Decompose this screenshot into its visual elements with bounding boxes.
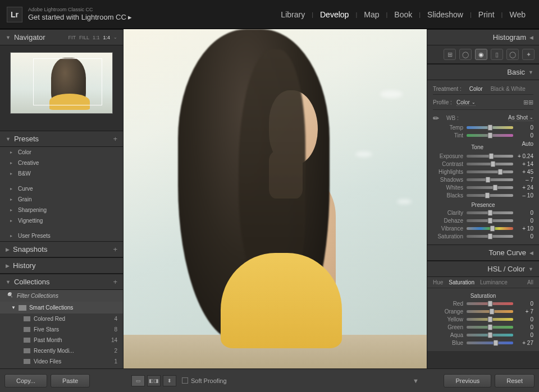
slider-knob[interactable] — [489, 308, 494, 315]
navigator-zoom-modes[interactable]: FITFILL1:11:4⌄ — [68, 35, 117, 40]
preset-group-user-presets[interactable]: User Presets — [0, 230, 123, 241]
slider-knob[interactable] — [490, 225, 495, 232]
module-slideshow[interactable]: Slideshow — [421, 10, 470, 19]
exposure-value[interactable]: + 0.24 — [517, 153, 533, 159]
slider-knob[interactable] — [487, 124, 492, 131]
vibrance-value[interactable]: + 10 — [517, 225, 533, 232]
slider-knob[interactable] — [486, 177, 491, 183]
add-collection-icon[interactable]: + — [113, 278, 117, 286]
paste-button[interactable]: Paste — [51, 374, 90, 388]
vibrance-slider[interactable] — [467, 227, 513, 230]
aqua-slider[interactable] — [467, 334, 513, 336]
temp-value[interactable]: 0 — [517, 124, 533, 131]
orange-value[interactable]: + 7 — [517, 308, 533, 315]
image-canvas[interactable] — [124, 29, 427, 368]
previous-button[interactable]: Previous — [444, 374, 491, 388]
slider-knob[interactable] — [487, 301, 492, 307]
preset-group-color[interactable]: Color — [0, 147, 123, 158]
blacks-slider[interactable] — [467, 194, 513, 197]
preset-group-grain[interactable]: Grain — [0, 194, 123, 205]
adjustment-brush-tool-icon[interactable]: ✦ — [522, 49, 535, 60]
preset-group-b-w[interactable]: B&W — [0, 168, 123, 179]
collection-item[interactable]: Video Files1 — [0, 356, 123, 367]
dehaze-value[interactable]: 0 — [517, 218, 533, 224]
histogram-header[interactable]: Histogram ◀ — [427, 29, 539, 45]
nav-zoom-fill[interactable]: FILL — [79, 35, 89, 40]
graduated-filter-tool-icon[interactable]: ▯ — [491, 49, 503, 60]
blue-value[interactable]: + 27 — [517, 340, 533, 346]
loupe-view-icon[interactable]: ▭ — [131, 375, 145, 386]
module-web[interactable]: Web — [503, 10, 532, 19]
temp-slider[interactable] — [467, 126, 513, 129]
copy-button[interactable]: Copy... — [4, 374, 47, 388]
collection-item[interactable]: Past Month14 — [0, 335, 123, 345]
add-snapshot-icon[interactable]: + — [113, 245, 117, 253]
nav-zoom-1:4[interactable]: 1:4 — [103, 35, 110, 40]
navigator-crop-frame[interactable] — [33, 58, 102, 105]
red-slider[interactable] — [467, 302, 513, 305]
blacks-value[interactable]: – 10 — [517, 192, 533, 199]
spot-removal-tool-icon[interactable]: ◯ — [459, 49, 472, 60]
module-book[interactable]: Book — [387, 10, 419, 19]
slider-knob[interactable] — [493, 185, 498, 191]
smart-collections-folder[interactable]: ▼ Smart Collections — [0, 302, 123, 313]
navigator-header[interactable]: ▼ Navigator FITFILL1:11:4⌄ — [0, 29, 123, 45]
slider-knob[interactable] — [497, 169, 503, 175]
slider-knob[interactable] — [487, 210, 492, 216]
treatment-color[interactable]: Color — [469, 86, 483, 92]
hsl-tab-hue[interactable]: Hue — [433, 279, 443, 285]
highlights-value[interactable]: + 45 — [517, 169, 533, 175]
preset-group-curve[interactable]: Curve — [0, 183, 123, 194]
hsl-tab-all[interactable]: All — [527, 279, 533, 285]
snapshots-header[interactable]: ▶ Snapshots + — [0, 241, 123, 257]
module-map[interactable]: Map — [357, 10, 386, 19]
yellow-slider[interactable] — [467, 318, 513, 321]
wb-dropdown[interactable]: As Shot ⌄ — [508, 114, 533, 121]
whites-slider[interactable] — [467, 186, 513, 189]
clarity-slider[interactable] — [467, 211, 513, 214]
basic-header[interactable]: Basic ▼ — [427, 64, 539, 80]
tonecurve-header[interactable]: Tone Curve ◀ — [427, 245, 539, 261]
slider-knob[interactable] — [485, 192, 490, 199]
slider-knob[interactable] — [488, 153, 494, 159]
filter-collections-input[interactable]: Filter Collections — [0, 290, 123, 302]
radial-filter-tool-icon[interactable]: ◯ — [506, 49, 519, 60]
red-value[interactable]: 0 — [517, 301, 533, 307]
module-library[interactable]: Library — [274, 10, 312, 19]
auto-tone-button[interactable]: Auto — [522, 141, 533, 151]
redeye-tool-icon[interactable]: ◉ — [475, 49, 487, 60]
profile-dropdown[interactable]: Color ⌄ — [456, 99, 476, 106]
collection-item[interactable]: Five Stars8 — [0, 324, 123, 335]
chevron-down-icon[interactable]: ⌄ — [113, 35, 117, 40]
slider-knob[interactable] — [494, 340, 499, 346]
shadows-slider[interactable] — [467, 178, 513, 181]
shadows-value[interactable]: – 7 — [517, 177, 533, 183]
add-preset-icon[interactable]: + — [113, 135, 117, 143]
blue-slider[interactable] — [467, 342, 513, 344]
aqua-value[interactable]: 0 — [517, 332, 533, 338]
crop-tool-icon[interactable]: ⊞ — [444, 49, 456, 60]
saturation-value[interactable]: 0 — [517, 233, 533, 239]
slider-knob[interactable] — [487, 132, 492, 139]
treatment-bw[interactable]: Black & White — [491, 86, 526, 92]
collection-item[interactable]: Recently Modi...2 — [0, 345, 123, 356]
contrast-slider[interactable] — [467, 163, 513, 165]
hsl-tab-luminance[interactable]: Luminance — [480, 279, 508, 285]
preset-group-sharpening[interactable]: Sharpening — [0, 205, 123, 215]
whites-value[interactable]: + 24 — [517, 185, 533, 191]
navigator-preview[interactable] — [0, 45, 123, 131]
highlights-slider[interactable] — [467, 170, 513, 173]
dehaze-slider[interactable] — [467, 219, 513, 222]
slider-knob[interactable] — [487, 332, 492, 338]
hsl-tab-saturation[interactable]: Saturation — [449, 279, 474, 285]
preset-group-vignetting[interactable]: Vignetting — [0, 215, 123, 226]
collection-item[interactable]: Colored Red4 — [0, 313, 123, 324]
preset-group-creative[interactable]: Creative — [0, 158, 123, 168]
green-value[interactable]: 0 — [517, 324, 533, 330]
nav-zoom-fit[interactable]: FIT — [68, 35, 76, 40]
nav-zoom-1:1[interactable]: 1:1 — [93, 35, 100, 40]
tint-value[interactable]: 0 — [517, 132, 533, 139]
green-slider[interactable] — [467, 326, 513, 329]
contrast-value[interactable]: + 14 — [517, 161, 533, 167]
hsl-header[interactable]: HSL / Color ▼ — [427, 261, 539, 277]
